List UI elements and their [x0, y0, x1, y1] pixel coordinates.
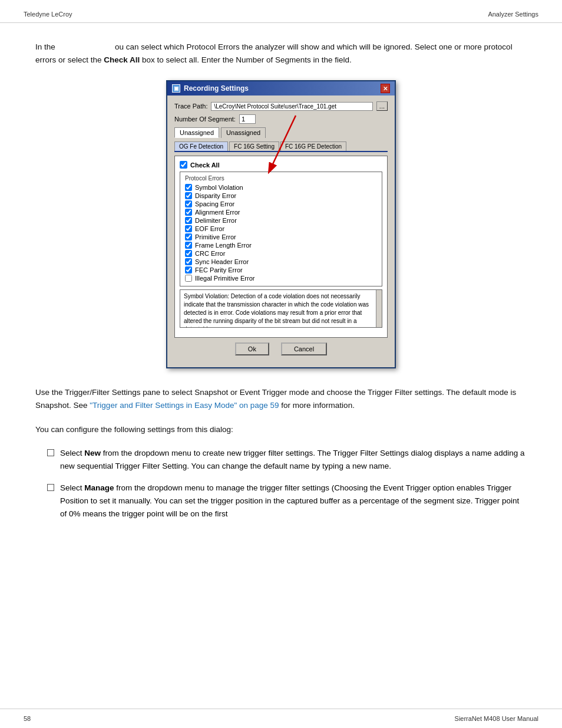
error-frame-length: Frame Length Error [185, 242, 377, 249]
check-all-label: Check All [190, 162, 220, 169]
bullet-icon-1 [47, 449, 54, 456]
disparity-error-checkbox[interactable] [185, 192, 192, 199]
disparity-error-label: Disparity Error [195, 192, 236, 199]
sync-header-error-checkbox[interactable] [185, 258, 192, 265]
crc-error-checkbox[interactable] [185, 250, 192, 257]
num-segments-input[interactable] [239, 114, 256, 124]
fec-parity-error-label: FEC Parity Error [195, 266, 243, 274]
symbol-violation-label: Symbol Violation [195, 184, 243, 191]
page-footer: 58 SierraNet M408 User Manual [0, 709, 562, 728]
check-all-row: Check All [180, 161, 382, 169]
dialog-screenshot-container: ▣ Recording Settings ✕ Trace Path: ... N… [35, 80, 527, 368]
check-all-checkbox[interactable] [180, 161, 187, 169]
description-text: Symbol Violation: Detection of a code vi… [184, 293, 369, 328]
description-scrollbar[interactable] [376, 290, 382, 327]
bullet-icon-2 [47, 484, 54, 491]
tab-fc-16g-pe-detection[interactable]: FC 16G PE Detection [280, 141, 346, 151]
check-all-bold: Check All [104, 55, 140, 64]
delimiter-error-checkbox[interactable] [185, 217, 192, 224]
trigger-filter-link[interactable]: "Trigger and Filter Settings in Easy Mod… [90, 401, 279, 410]
bullet-list: Select New from the dropdown menu to cre… [35, 447, 527, 521]
delimiter-error-label: Delimiter Error [195, 217, 237, 224]
primitive-error-checkbox[interactable] [185, 233, 192, 241]
body-paragraph-1: Use the Trigger/Filter Settings pane to … [35, 386, 527, 413]
protocol-errors-legend: Protocol Errors [185, 175, 377, 182]
footer-manual-name: SierraNet M408 User Manual [455, 715, 538, 722]
body-paragraph-2: You can configure the following settings… [35, 423, 527, 436]
recording-settings-dialog: ▣ Recording Settings ✕ Trace Path: ... N… [166, 80, 396, 368]
page-content: In the ou can select which Protocol Erro… [0, 23, 562, 546]
error-crc: CRC Error [185, 250, 377, 257]
error-symbol-violation: Symbol Violation [185, 184, 377, 191]
dialog-title-icon: ▣ [172, 84, 180, 93]
sync-header-error-label: Sync Header Error [195, 258, 249, 265]
header-left: Teledyne LeCroy [24, 11, 72, 18]
description-box: Symbol Violation: Detection of a code vi… [180, 289, 382, 328]
spacing-error-label: Spacing Error [195, 200, 234, 207]
tab-fc-16g-setting[interactable]: FC 16G Setting [229, 141, 279, 151]
tab-og-fe-detection[interactable]: OG Fe Detection [174, 141, 228, 151]
footer-page-number: 58 [24, 715, 31, 722]
error-fec-parity: FEC Parity Error [185, 266, 377, 274]
dialog-title: Recording Settings [184, 84, 249, 93]
dialog-footer: Ok Cancel [174, 338, 388, 361]
bullet-text-2: Select Manage from the dropdown menu to … [60, 482, 527, 521]
error-delimiter: Delimiter Error [185, 217, 377, 224]
num-segments-label: Number Of Segment: [174, 116, 236, 123]
alignment-error-label: Alignment Error [195, 209, 240, 216]
intro-paragraph: In the ou can select which Protocol Erro… [35, 41, 527, 66]
frame-length-error-label: Frame Length Error [195, 242, 252, 249]
panel-box: Check All Protocol Errors Symbol Violati… [174, 156, 388, 338]
bullet-item-manage: Select Manage from the dropdown menu to … [47, 482, 527, 521]
error-illegal-primitive: Illegal Primitive Error [185, 275, 377, 282]
eof-error-label: EOF Error [195, 225, 224, 232]
error-disparity: Disparity Error [185, 192, 377, 199]
dialog-close-button[interactable]: ✕ [381, 84, 390, 93]
error-sync-header: Sync Header Error [185, 258, 377, 265]
inner-tab-row: OG Fe Detection FC 16G Setting FC 16G PE… [174, 141, 388, 152]
error-eof: EOF Error [185, 225, 377, 232]
ok-button[interactable]: Ok [235, 342, 269, 355]
bullet-item-new: Select New from the dropdown menu to cre… [47, 447, 527, 473]
alignment-error-checkbox[interactable] [185, 209, 192, 216]
num-segments-row: Number Of Segment: [174, 114, 388, 124]
outer-tab-row: Unassigned Unassigned [174, 127, 388, 138]
symbol-violation-checkbox[interactable] [185, 184, 192, 191]
dialog-body: Trace Path: ... Number Of Segment: Unass… [167, 95, 395, 367]
error-alignment: Alignment Error [185, 209, 377, 216]
page-header: Teledyne LeCroy Analyzer Settings [0, 0, 562, 23]
bullet-text-1: Select New from the dropdown menu to cre… [60, 447, 527, 473]
trace-path-input[interactable] [211, 102, 372, 111]
fec-parity-error-checkbox[interactable] [185, 266, 192, 274]
spacing-error-checkbox[interactable] [185, 200, 192, 207]
illegal-primitive-error-checkbox[interactable] [185, 275, 192, 282]
browse-button[interactable]: ... [376, 101, 388, 111]
frame-length-error-checkbox[interactable] [185, 242, 192, 249]
crc-error-label: CRC Error [195, 250, 225, 257]
dialog-titlebar: ▣ Recording Settings ✕ [167, 81, 395, 95]
trace-path-label: Trace Path: [174, 103, 207, 110]
dialog-wrapper: ▣ Recording Settings ✕ Trace Path: ... N… [166, 80, 396, 368]
error-spacing: Spacing Error [185, 200, 377, 207]
protocol-errors-section: Protocol Errors Symbol Violation Dispari… [180, 172, 382, 286]
trace-path-row: Trace Path: ... [174, 101, 388, 111]
error-primitive: Primitive Error [185, 233, 377, 241]
eof-error-checkbox[interactable] [185, 225, 192, 232]
primitive-error-label: Primitive Error [195, 233, 236, 241]
illegal-primitive-error-label: Illegal Primitive Error [195, 275, 254, 282]
tab-unassigned-2[interactable]: Unassigned [221, 127, 266, 138]
cancel-button[interactable]: Cancel [281, 342, 327, 355]
tab-unassigned-1[interactable]: Unassigned [174, 127, 219, 138]
header-right: Analyzer Settings [488, 11, 538, 18]
